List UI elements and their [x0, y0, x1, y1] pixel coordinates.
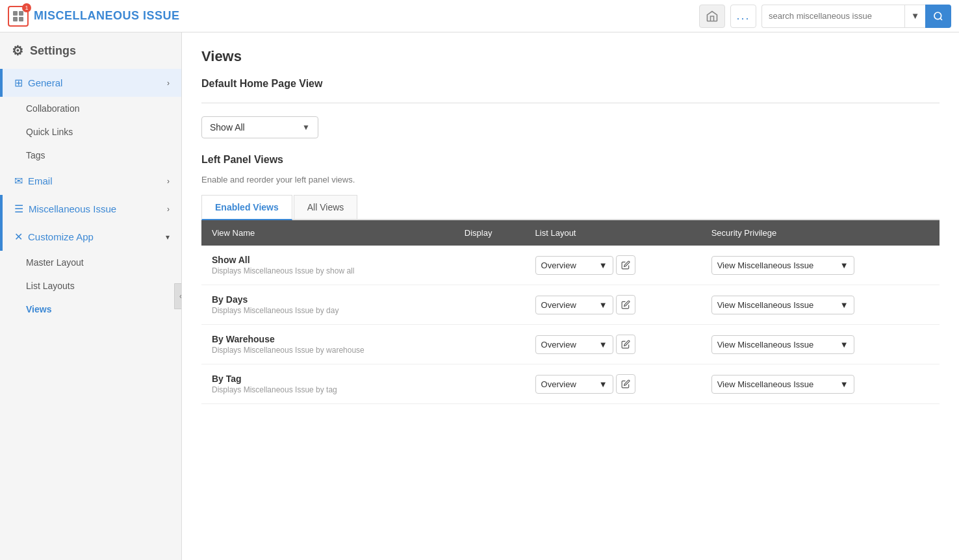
more-button[interactable]: ...: [730, 5, 756, 28]
layout-arrow-icon: ▼: [599, 300, 607, 310]
layout-select-by-warehouse[interactable]: Overview ▼: [535, 335, 613, 354]
table-row: By Warehouse Displays Miscellaneous Issu…: [201, 325, 940, 364]
home-button[interactable]: [699, 5, 725, 28]
view-desc-by-days: Displays Miscellaneous Issue by day: [212, 306, 444, 315]
svg-rect-2: [13, 17, 18, 21]
sidebar-sub-item-quick-links[interactable]: Quick Links: [0, 120, 181, 144]
view-name-show-all: Show All: [212, 255, 444, 265]
search-dropdown-button[interactable]: ▼: [904, 5, 925, 28]
list-layouts-label: List Layouts: [26, 281, 75, 291]
sidebar-sub-item-collaboration[interactable]: Collaboration: [0, 97, 181, 120]
search-input[interactable]: [761, 5, 904, 28]
topbar: MISCELLANEOUS ISSUE ... ▼: [0, 0, 959, 32]
cell-privilege-show-all: View Miscellaneous Issue ▼: [701, 246, 940, 285]
sidebar-item-label-customize: Customize App: [28, 231, 166, 242]
default-home-dropdown[interactable]: Show All ▼: [201, 116, 318, 138]
layout-value-by-tag: Overview: [541, 379, 576, 389]
views-label: Views: [26, 304, 51, 314]
arrow-icon-email: ›: [167, 177, 170, 186]
section-divider-1: [201, 103, 940, 103]
list-layout-cell-by-warehouse: Overview ▼: [535, 335, 691, 354]
view-desc-by-tag: Displays Miscellaneous Issue by tag: [212, 385, 444, 394]
left-panel-desc: Enable and reorder your left panel views…: [201, 175, 940, 185]
settings-header: ⚙ Settings: [0, 32, 181, 69]
layout-value-show-all: Overview: [541, 261, 576, 270]
sidebar-item-label-email: Email: [28, 175, 167, 186]
col-display: Display: [454, 220, 525, 246]
collaboration-label: Collaboration: [26, 103, 80, 114]
cell-privilege-by-days: View Miscellaneous Issue ▼: [701, 285, 940, 325]
cell-privilege-by-tag: View Miscellaneous Issue ▼: [701, 364, 940, 404]
tab-all-views-label: All Views: [307, 202, 344, 212]
tab-all-views[interactable]: All Views: [294, 195, 358, 219]
privilege-value-by-warehouse: View Miscellaneous Issue: [717, 340, 814, 350]
table-header-row: View Name Display List Layout Security P…: [201, 220, 940, 246]
view-name-by-warehouse: By Warehouse: [212, 334, 444, 344]
tags-label: Tags: [26, 150, 45, 160]
layout-edit-button-by-warehouse[interactable]: [616, 335, 635, 354]
table-row: By Tag Displays Miscellaneous Issue by t…: [201, 364, 940, 404]
sidebar-sub-item-list-layouts[interactable]: List Layouts: [0, 274, 181, 298]
col-list-layout: List Layout: [525, 220, 701, 246]
tab-enabled-views[interactable]: Enabled Views: [201, 195, 292, 220]
table-row: By Days Displays Miscellaneous Issue by …: [201, 285, 940, 325]
layout-edit-button-show-all[interactable]: [616, 255, 635, 275]
sidebar-item-general[interactable]: ⊞ General ›: [0, 69, 181, 97]
page-title: Views: [201, 48, 940, 65]
main-layout: ⚙ Settings ⊞ General › Collaboration Qui…: [0, 32, 959, 560]
sidebar: ⚙ Settings ⊞ General › Collaboration Qui…: [0, 32, 182, 560]
layout-select-show-all[interactable]: Overview ▼: [535, 256, 613, 275]
master-layout-label: Master Layout: [26, 257, 84, 268]
sidebar-item-miscellaneous-issue[interactable]: ☰ Miscellaneous Issue ›: [0, 195, 181, 223]
privilege-value-by-days: View Miscellaneous Issue: [717, 300, 814, 310]
gear-icon: ⚙: [12, 43, 23, 58]
content-area: Views Default Home Page View Show All ▼ …: [182, 32, 959, 560]
sidebar-sub-item-master-layout[interactable]: Master Layout: [0, 251, 181, 274]
svg-rect-0: [13, 11, 18, 16]
cell-display-by-tag: [454, 364, 525, 404]
default-home-section-title: Default Home Page View: [201, 78, 940, 90]
layout-arrow-icon: ▼: [599, 340, 607, 350]
cell-view-name-show-all: Show All Displays Miscellaneous Issue by…: [201, 246, 454, 285]
privilege-select-by-tag[interactable]: View Miscellaneous Issue ▼: [711, 375, 854, 394]
cell-layout-by-warehouse: Overview ▼: [525, 325, 701, 364]
sidebar-item-label-general: General: [28, 77, 167, 88]
layout-edit-button-by-tag[interactable]: [616, 374, 635, 394]
sidebar-item-email[interactable]: ✉ Email ›: [0, 167, 181, 195]
cell-layout-by-tag: Overview ▼: [525, 364, 701, 404]
privilege-select-show-all[interactable]: View Miscellaneous Issue ▼: [711, 256, 854, 275]
quick-links-label: Quick Links: [26, 127, 73, 137]
privilege-select-by-days[interactable]: View Miscellaneous Issue ▼: [711, 296, 854, 314]
cell-display-show-all: [454, 246, 525, 285]
app-icon-area: MISCELLANEOUS ISSUE: [8, 6, 180, 27]
collapse-sidebar-button[interactable]: ‹: [174, 283, 182, 309]
privilege-select-by-warehouse[interactable]: View Miscellaneous Issue ▼: [711, 335, 854, 354]
view-name-by-days: By Days: [212, 294, 444, 305]
cell-layout-by-days: Overview ▼: [525, 285, 701, 325]
layout-select-by-days[interactable]: Overview ▼: [535, 296, 613, 314]
svg-point-4: [934, 12, 941, 19]
search-go-button[interactable]: [925, 5, 951, 28]
topbar-icons: ... ▼: [699, 5, 951, 28]
chevron-down-icon: ▼: [911, 11, 919, 21]
cell-layout-show-all: Overview ▼: [525, 246, 701, 285]
layout-edit-button-by-days[interactable]: [616, 295, 635, 314]
layout-select-by-tag[interactable]: Overview ▼: [535, 375, 613, 394]
svg-rect-3: [19, 17, 23, 21]
privilege-arrow-icon: ▼: [840, 300, 849, 310]
sidebar-sub-item-views[interactable]: Views: [0, 298, 181, 321]
cell-view-name-by-days: By Days Displays Miscellaneous Issue by …: [201, 285, 454, 325]
left-panel-section: Left Panel Views Enable and reorder your…: [201, 154, 940, 404]
layout-value-by-days: Overview: [541, 300, 576, 310]
svg-line-5: [940, 18, 942, 20]
view-desc-by-warehouse: Displays Miscellaneous Issue by warehous…: [212, 346, 444, 355]
col-security-privilege: Security Privilege: [701, 220, 940, 246]
layout-value-by-warehouse: Overview: [541, 340, 576, 350]
sidebar-sub-item-tags[interactable]: Tags: [0, 144, 181, 167]
privilege-arrow-icon: ▼: [840, 379, 849, 389]
arrow-icon-general: ›: [167, 79, 170, 88]
sidebar-item-customize-app[interactable]: ✕ Customize App ▾: [0, 223, 181, 251]
layout-arrow-icon: ▼: [599, 379, 607, 389]
table-row: Show All Displays Miscellaneous Issue by…: [201, 246, 940, 285]
view-desc-show-all: Displays Miscellaneous Issue by show all: [212, 266, 444, 275]
